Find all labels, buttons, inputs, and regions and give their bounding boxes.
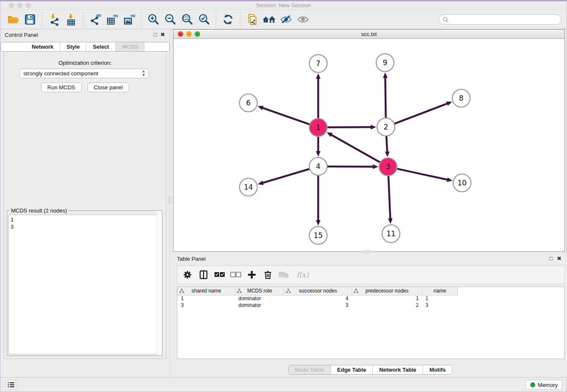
task-history-button[interactable]	[6, 380, 16, 390]
mcds-result-title: MCDS result (2 nodes)	[10, 207, 68, 214]
table-row[interactable]: 1dominator411	[178, 295, 458, 302]
memory-label: Memory	[538, 382, 558, 388]
zoom-in-button[interactable]	[145, 12, 162, 27]
network-canvas[interactable]: 7968124314101511	[173, 39, 564, 251]
graph-edge-arrowhead	[371, 125, 376, 130]
graph-edge-1-2[interactable]	[328, 127, 372, 127]
column-type-icon	[354, 289, 358, 293]
table-cell[interactable]: 2	[352, 302, 422, 309]
criterion-dropdown[interactable]: strongly connected component ▲▼	[19, 69, 149, 78]
select-all-columns-button[interactable]	[213, 268, 226, 282]
zoom-out-button[interactable]	[162, 12, 179, 27]
result-scrollbar[interactable]	[157, 211, 162, 356]
tab-network[interactable]: Network	[25, 42, 60, 51]
graph-edge-arrowhead	[258, 180, 264, 185]
graph-edge-2-8[interactable]	[395, 103, 448, 124]
graph-edge-2-3[interactable]	[386, 136, 387, 152]
column-header-successor-nodes[interactable]: successor nodes	[284, 287, 352, 295]
tab-node-table[interactable]: Node Table	[289, 365, 330, 374]
table-cell[interactable]: 1	[352, 295, 422, 302]
splitter-grip-vertical[interactable]	[168, 197, 172, 204]
close-panel-button[interactable]: Close panel	[88, 83, 129, 92]
splitter-grip-horizontal[interactable]	[364, 250, 370, 253]
first-neighbors-button[interactable]	[261, 12, 278, 27]
float-panel-icon[interactable]: □	[154, 31, 157, 38]
main-toolbar	[0, 10, 567, 29]
table-cell[interactable]: 1	[422, 295, 458, 302]
graph-edge-4-14[interactable]	[262, 169, 309, 183]
toolbar-search[interactable]	[439, 14, 561, 25]
close-table-panel-icon[interactable]: ✖	[557, 255, 561, 262]
run-mcds-button[interactable]: Run MCDS	[41, 83, 82, 92]
show-all-button[interactable]	[295, 12, 311, 27]
columns-icon	[199, 270, 208, 279]
tab-edge-table[interactable]: Edge Table	[330, 365, 372, 374]
table-cell[interactable]: 4	[284, 295, 352, 302]
float-table-panel-icon[interactable]: □	[549, 255, 553, 262]
save-icon	[24, 14, 36, 25]
duplicate-network-button[interactable]	[244, 12, 261, 27]
zoom-fit-button[interactable]	[179, 12, 195, 27]
memory-button[interactable]: Memory	[526, 380, 562, 390]
graph-edge-arrowhead	[316, 73, 321, 79]
save-session-button[interactable]	[22, 12, 39, 27]
show-columns-button[interactable]	[197, 268, 210, 282]
graph-edge-3-11[interactable]	[388, 176, 391, 219]
graph-edge-3-1[interactable]	[331, 135, 380, 163]
delete-columns-button[interactable]	[261, 268, 275, 282]
tab-style[interactable]: Style	[60, 42, 86, 51]
graph-node-label: 9	[383, 58, 388, 67]
table-cell[interactable]: dominator	[235, 302, 284, 309]
tab-select[interactable]: Select	[86, 42, 115, 51]
import-table-button[interactable]	[63, 12, 80, 27]
table-cell[interactable]: 1	[178, 295, 235, 302]
network-window-titlebar[interactable]: ✕ − + scc.txt	[173, 30, 564, 39]
create-column-button[interactable]	[245, 268, 259, 282]
graph-edge-arrowhead	[388, 218, 393, 224]
column-header-shared-name[interactable]: shared name	[178, 287, 235, 295]
close-panel-icon[interactable]: ✖	[160, 31, 165, 38]
node-table[interactable]: shared nameMCDS rolesuccessor nodesprede…	[177, 287, 564, 359]
export-network-icon	[89, 13, 102, 26]
optimization-criterion-label: Optimization criterion:	[4, 60, 166, 66]
dropdown-stepper-icon: ▲▼	[142, 69, 146, 77]
trash-icon	[264, 270, 272, 279]
export-network-button[interactable]	[87, 12, 104, 27]
graph-edge-1-6[interactable]	[262, 108, 309, 124]
unselect-all-columns-button[interactable]	[229, 268, 242, 282]
import-network-button[interactable]	[46, 12, 63, 27]
graph-edge-4-3[interactable]	[328, 166, 374, 167]
application-window: Session: New Session	[0, 0, 567, 392]
toolbar-separator	[42, 12, 42, 27]
tab-motifs[interactable]: Motifs	[423, 365, 452, 374]
table-cell[interactable]: 3	[284, 302, 352, 309]
toolbar-separator	[83, 12, 83, 27]
search-input[interactable]	[451, 17, 558, 23]
toolbar-separator	[141, 12, 141, 27]
graph-edge-3-10[interactable]	[397, 169, 448, 180]
hide-selected-button[interactable]	[278, 12, 295, 27]
apply-layout-button[interactable]	[220, 12, 237, 27]
export-image-button[interactable]	[121, 12, 138, 27]
graph-node-label: 3	[386, 163, 391, 171]
graph-edge-2-9[interactable]	[385, 77, 385, 118]
tab-mcds[interactable]: MCDS	[116, 42, 145, 51]
table-settings-button[interactable]	[181, 268, 194, 282]
control-panel-title: Control Panel	[5, 32, 38, 38]
open-session-button[interactable]	[5, 12, 22, 27]
table-row[interactable]: 3dominator323	[178, 302, 458, 309]
graph-edge-arrowhead	[447, 177, 453, 182]
column-header-label: MCDS role	[247, 288, 272, 294]
table-cell[interactable]: 3	[422, 302, 458, 309]
zoom-selected-button[interactable]	[195, 12, 212, 27]
table-toolbar: f(x)	[177, 265, 564, 284]
tab-network-table[interactable]: Network Table	[372, 365, 423, 374]
table-cell[interactable]: 3	[178, 302, 235, 309]
mcds-result-text[interactable]: 1 3	[8, 215, 161, 354]
delete-table-icon	[279, 271, 289, 279]
column-header-MCDS-role[interactable]: MCDS role	[235, 287, 284, 295]
table-cell[interactable]: dominator	[235, 295, 284, 302]
export-table-button[interactable]	[104, 12, 121, 27]
column-header-name[interactable]: name	[422, 287, 458, 295]
column-header-predecessor-nodes[interactable]: predecessor nodes	[352, 287, 422, 295]
